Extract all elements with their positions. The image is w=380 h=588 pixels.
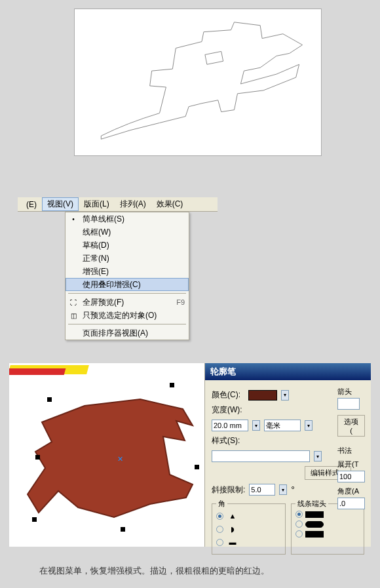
selection-handle[interactable] bbox=[32, 517, 37, 522]
angle-label: 角度(A bbox=[337, 486, 368, 496]
style-label: 样式(S): bbox=[212, 435, 244, 446]
angle-input[interactable] bbox=[337, 498, 365, 509]
corner-miter-radio[interactable] bbox=[216, 513, 223, 520]
selection-handle[interactable] bbox=[35, 455, 40, 460]
cap-flat-icon bbox=[305, 511, 324, 518]
linecaps-group-label: 线条端头 bbox=[295, 499, 328, 509]
red-stripe bbox=[9, 368, 66, 375]
spinner-icon[interactable]: ▾ bbox=[252, 420, 260, 431]
menu-arrange[interactable]: 排列(A) bbox=[115, 197, 151, 211]
menu-page-sorter[interactable]: 页面排序器视图(A) bbox=[66, 326, 189, 340]
cap-round-icon bbox=[305, 521, 324, 528]
caption-text: 在视图菜单，恢复增强模式。描边，很粗很粗的更暗的红边。 bbox=[39, 565, 269, 577]
color-label: 颜色(C): bbox=[212, 389, 244, 401]
stretch-input[interactable] bbox=[337, 471, 365, 482]
outline-pen-dialog: 轮廓笔 颜色(C): ▾ 宽度(W): ▾ 毫米▾ 样式(S): ▾ 编辑样式.… bbox=[204, 363, 371, 547]
spinner-icon[interactable]: ▾ bbox=[279, 484, 287, 495]
menu-wireframe[interactable]: 线框(W) bbox=[66, 225, 189, 239]
color-swatch[interactable] bbox=[248, 390, 277, 401]
chevron-down-icon[interactable]: ▾ bbox=[305, 420, 313, 431]
width-unit-combo[interactable]: 毫米 bbox=[264, 420, 301, 431]
arrow-label: 箭头 bbox=[337, 387, 368, 397]
menu-preview-selected[interactable]: ◫ 只预览选定的对象(O) bbox=[66, 309, 189, 322]
corner-round-icon: ◗ bbox=[226, 524, 239, 534]
style-combo[interactable] bbox=[212, 450, 310, 462]
selection-handle[interactable] bbox=[170, 383, 174, 387]
corners-group-label: 角 bbox=[216, 499, 227, 509]
menu-view[interactable]: 视图(V) bbox=[42, 197, 79, 211]
menu-fullscreen[interactable]: ⛶ 全屏预览(F) F9 bbox=[66, 296, 189, 309]
menu-enhanced[interactable]: 增强(E) bbox=[66, 265, 189, 278]
calligraphy-label: 书法 bbox=[337, 446, 368, 456]
menu-layout[interactable]: 版面(L) bbox=[79, 197, 115, 211]
red-shape[interactable] bbox=[22, 389, 204, 540]
menu-effects[interactable]: 效果(C) bbox=[151, 197, 189, 211]
options-button[interactable]: 选项( bbox=[337, 415, 365, 437]
fullscreen-icon: ⛶ bbox=[68, 297, 79, 307]
menu-simple-wireframe[interactable]: • 简单线框(S) bbox=[66, 212, 189, 225]
bullet-icon: • bbox=[68, 214, 79, 224]
preview-icon: ◫ bbox=[68, 310, 79, 321]
degree-icon: ° bbox=[291, 484, 295, 495]
miter-label: 斜接限制: bbox=[212, 484, 245, 496]
wireframe-canvas bbox=[74, 9, 322, 156]
cap-square-radio[interactable] bbox=[295, 530, 303, 538]
cap-flat-radio[interactable] bbox=[295, 511, 303, 518]
dialog-title: 轮廓笔 bbox=[205, 363, 371, 380]
selection-handle[interactable] bbox=[195, 465, 199, 469]
shortcut-label: F9 bbox=[176, 298, 185, 306]
corner-bevel-radio[interactable] bbox=[216, 539, 223, 546]
width-label: 宽度(W): bbox=[212, 404, 244, 416]
corner-miter-icon: ▲ bbox=[226, 511, 239, 521]
menu-normal[interactable]: 正常(N) bbox=[66, 252, 189, 265]
chevron-down-icon[interactable]: ▾ bbox=[314, 451, 322, 461]
menu-separator bbox=[68, 293, 186, 294]
corner-round-radio[interactable] bbox=[216, 526, 223, 533]
menu-separator bbox=[68, 324, 186, 324]
width-input[interactable] bbox=[212, 420, 248, 431]
stretch-label: 展开(T bbox=[337, 460, 368, 469]
center-marker: ✕ bbox=[117, 455, 123, 461]
menubar: (E) 视图(V) 版面(L) 排列(A) 效果(C) 使用叠 • 简单线框(S… bbox=[18, 197, 218, 212]
menu-draft[interactable]: 草稿(D) bbox=[66, 239, 189, 252]
cap-square-icon bbox=[305, 531, 324, 538]
menu-edit[interactable]: (E) bbox=[21, 199, 42, 210]
cap-round-radio[interactable] bbox=[295, 520, 303, 528]
outline-panel: ✕ 轮廓笔 颜色(C): ▾ 宽度(W): ▾ 毫米▾ 样式(S): ▾ 编辑样… bbox=[9, 363, 371, 547]
arrow-start-combo[interactable] bbox=[337, 398, 360, 410]
color-dropdown-icon[interactable]: ▾ bbox=[281, 390, 289, 401]
corner-bevel-icon: ▬ bbox=[226, 537, 239, 547]
view-dropdown: • 简单线框(S) 线框(W) 草稿(D) 正常(N) 增强(E) 使用叠印增强… bbox=[65, 212, 189, 340]
menu-overprint-enhanced[interactable]: 使用叠印增强(C) bbox=[66, 278, 189, 291]
shape-canvas[interactable]: ✕ bbox=[9, 363, 204, 547]
miter-input[interactable] bbox=[249, 484, 275, 496]
selection-handle[interactable] bbox=[47, 397, 52, 402]
selection-handle[interactable] bbox=[121, 527, 125, 532]
